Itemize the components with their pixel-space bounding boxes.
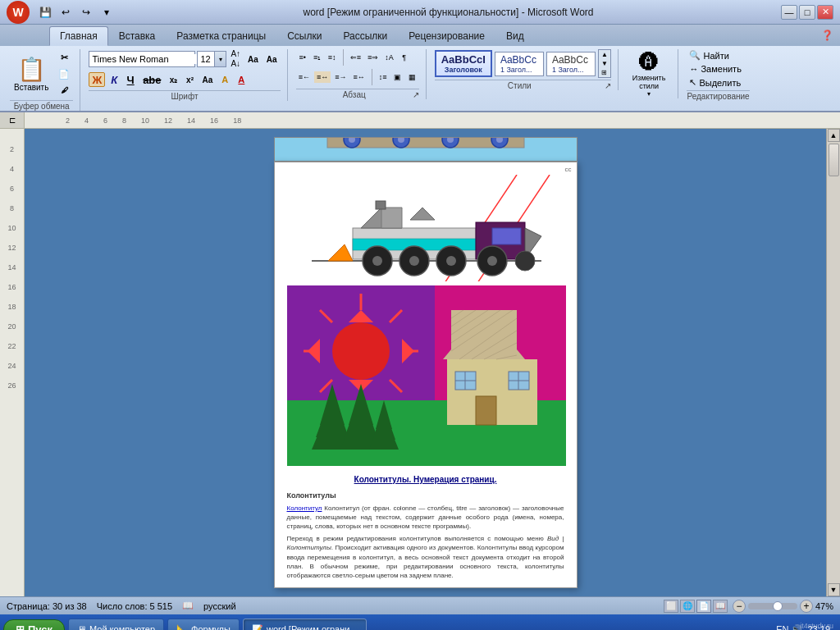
- spell-check-icon[interactable]: 📖: [182, 600, 194, 611]
- bullet-list-button[interactable]: ≡•: [296, 52, 309, 63]
- taskbar-my-computer[interactable]: 🖥 Мой компьютер: [68, 619, 164, 630]
- font-name-selector[interactable]: Times New Roman ▾: [89, 51, 195, 67]
- tab-references[interactable]: Ссылки: [276, 26, 332, 46]
- shading-button[interactable]: ▣: [391, 71, 404, 83]
- select-button[interactable]: ↖ Выделить: [687, 76, 749, 89]
- start-button[interactable]: ⊞ Пуск: [3, 619, 65, 631]
- cut-button[interactable]: ✂: [55, 50, 73, 65]
- numbered-list-button[interactable]: ≡₁: [311, 52, 324, 63]
- italic-button[interactable]: К: [107, 72, 121, 87]
- clear-format-button[interactable]: Aa: [244, 52, 262, 66]
- border-button[interactable]: ▦: [406, 71, 419, 83]
- change-case-button[interactable]: Aa: [263, 52, 281, 66]
- paragraph-label: Абзац ↗: [296, 89, 419, 99]
- text-effects-button[interactable]: Aa: [199, 72, 217, 87]
- font-size-input[interactable]: 12: [198, 54, 214, 64]
- web-view-button[interactable]: 🌐: [680, 600, 695, 613]
- style-heading1-item[interactable]: AaBbCc 1 Загол...: [495, 52, 544, 76]
- zoom-out-button[interactable]: −: [733, 600, 746, 613]
- justify-button[interactable]: ≡↔: [350, 71, 367, 83]
- tab-mailings[interactable]: Рассылки: [332, 26, 398, 46]
- tab-home[interactable]: Главная: [49, 26, 108, 46]
- document-area[interactable]: cc: [25, 129, 826, 596]
- sort-button[interactable]: ↕A: [382, 52, 396, 63]
- taskbar-formulas[interactable]: 📐 Формулы: [167, 619, 240, 630]
- paste-button[interactable]: 📋 Вставить: [10, 49, 52, 98]
- help-button[interactable]: ❓: [815, 26, 840, 46]
- strikethrough-button[interactable]: abe: [139, 72, 164, 87]
- font-name-input[interactable]: Times New Roman: [89, 54, 208, 64]
- shrink-font-button[interactable]: A↓: [228, 59, 243, 69]
- bold-button[interactable]: Ж: [89, 72, 105, 87]
- view-ruler-button[interactable]: ⊏: [0, 112, 25, 128]
- grow-font-button[interactable]: A↑: [228, 49, 243, 59]
- maximize-button[interactable]: □: [799, 5, 815, 20]
- align-center-button[interactable]: ≡↔: [314, 71, 331, 83]
- scroll-down-button[interactable]: ▼: [828, 583, 840, 596]
- font-size-selector[interactable]: 12 ▾: [197, 51, 226, 67]
- align-left-button[interactable]: ≡←: [296, 71, 313, 83]
- normal-view-button[interactable]: ⬜: [664, 600, 678, 613]
- undo-button[interactable]: ↩: [57, 3, 75, 21]
- document-page[interactable]: cc: [274, 162, 578, 588]
- style-heading-preview: AaBbCcI: [441, 53, 486, 66]
- styles-group-expand[interactable]: ↗: [605, 81, 611, 90]
- align-right-button[interactable]: ≡→: [332, 71, 349, 83]
- superscript-button[interactable]: x²: [183, 72, 198, 87]
- kolontituly-link[interactable]: Колонтитул: [287, 504, 322, 512]
- vertical-ruler: 246810 1214161820 222426: [0, 129, 25, 596]
- subscript-button[interactable]: x₂: [167, 72, 181, 87]
- replace-button[interactable]: ↔ Заменить: [687, 63, 749, 75]
- scroll-up[interactable]: ▲: [599, 50, 610, 59]
- decrease-indent-button[interactable]: ⇐≡: [348, 52, 363, 63]
- tab-insert[interactable]: Вставка: [108, 26, 167, 46]
- scroll-down[interactable]: ▼: [599, 59, 610, 68]
- scroll-up-button[interactable]: ▲: [828, 129, 840, 142]
- tab-page-layout[interactable]: Разметка страницы: [166, 26, 276, 46]
- print-layout-button[interactable]: 📄: [696, 600, 711, 613]
- paragraph-group-expand[interactable]: ↗: [413, 90, 419, 99]
- office-button[interactable]: W: [7, 1, 30, 24]
- zoom-controls: − + 47%: [733, 600, 833, 613]
- highlight-button[interactable]: А: [217, 72, 232, 87]
- language-indicator[interactable]: русский: [203, 601, 235, 611]
- increase-indent-button[interactable]: ≡⇒: [365, 52, 381, 63]
- styles-gallery-scroll[interactable]: ▲ ▼ ⊞: [598, 49, 611, 78]
- copy-button[interactable]: 📄: [55, 66, 73, 81]
- vertical-scrollbar[interactable]: ▲ ▼: [826, 129, 840, 596]
- line-spacing-button[interactable]: ↕≡: [377, 71, 390, 83]
- save-button[interactable]: 💾: [36, 3, 54, 21]
- zoom-slider[interactable]: [748, 603, 797, 609]
- svg-rect-20: [492, 228, 521, 244]
- change-styles-button[interactable]: 🅐 Изменитьстили ▾: [627, 49, 672, 98]
- style-heading-item[interactable]: AaBbCcI Заголовок: [435, 50, 492, 77]
- redo-button[interactable]: ↪: [77, 3, 95, 21]
- multilevel-list-button[interactable]: ≡↕: [326, 52, 339, 63]
- reading-view-button[interactable]: 📖: [713, 600, 728, 613]
- find-button[interactable]: 🔍 Найти: [687, 49, 749, 62]
- minimize-button[interactable]: —: [781, 5, 797, 20]
- scroll-thumb[interactable]: [829, 144, 839, 176]
- zoom-percentage[interactable]: 47%: [815, 601, 833, 611]
- zoom-slider-thumb[interactable]: [773, 601, 783, 611]
- taskbar-word[interactable]: 📝 word [Режим ограни...: [243, 619, 367, 630]
- svg-rect-23: [376, 201, 386, 209]
- replace-icon: ↔: [689, 64, 698, 74]
- format-painter-button[interactable]: 🖌: [55, 83, 73, 98]
- close-button[interactable]: ✕: [817, 5, 833, 20]
- scroll-track[interactable]: [827, 142, 840, 583]
- document-header-strip: [274, 137, 578, 162]
- customize-button[interactable]: ▾: [98, 3, 116, 21]
- show-marks-button[interactable]: ¶: [398, 52, 411, 63]
- font-color-button[interactable]: А: [234, 72, 249, 87]
- style-heading-label: Заголовок: [441, 66, 486, 74]
- tab-review[interactable]: Рецензирование: [398, 26, 495, 46]
- underline-button[interactable]: Ч: [123, 72, 138, 87]
- font-size-dropdown[interactable]: ▾: [214, 52, 226, 66]
- word-icon: 📝: [252, 624, 263, 631]
- tab-view[interactable]: Вид: [495, 26, 535, 46]
- style-heading2-item[interactable]: AaBbCc 1 Загол...: [546, 52, 596, 76]
- scroll-expand[interactable]: ⊞: [599, 68, 610, 77]
- locomotive-svg: [287, 175, 566, 281]
- zoom-in-button[interactable]: +: [800, 600, 813, 613]
